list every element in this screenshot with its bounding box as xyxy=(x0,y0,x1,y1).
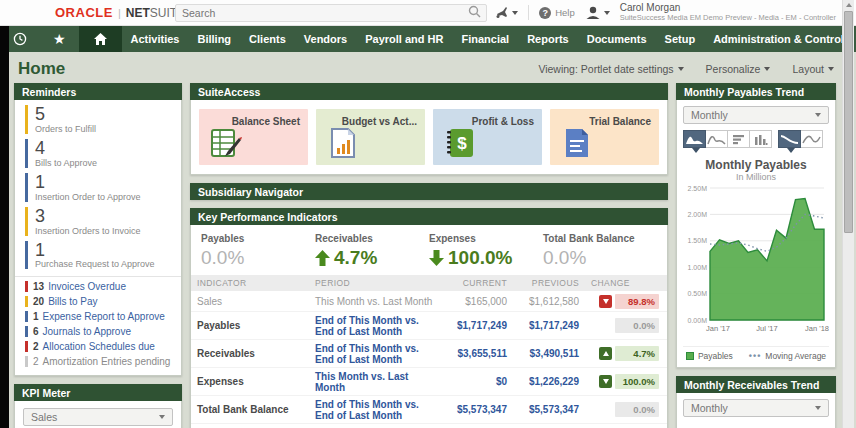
reminder-count: 3 xyxy=(35,207,171,226)
area-chart-button[interactable] xyxy=(683,130,706,148)
kpi-period[interactable]: End of This Month vs. End of Last Month xyxy=(309,340,441,368)
suiteaccess-header[interactable]: SuiteAccess xyxy=(190,83,668,100)
kpi-current[interactable]: $893,876 xyxy=(441,424,513,428)
reminder-item[interactable]: 13 Invoices Overdue xyxy=(25,281,171,292)
nav-menu-item[interactable]: Billing xyxy=(188,26,240,52)
search-icon[interactable] xyxy=(468,4,481,22)
kpi-header[interactable]: Key Performance Indicators xyxy=(190,208,668,225)
vertical-scrollbar[interactable] xyxy=(842,0,854,428)
kpi-current[interactable]: $1,717,249 xyxy=(441,312,513,340)
kpi-table-row[interactable]: Expenses This Month vs. Last Month $0 $1… xyxy=(191,368,667,396)
global-search[interactable] xyxy=(175,4,487,22)
reminder-item[interactable]: 4 Bills to Approve xyxy=(25,139,171,168)
home-icon xyxy=(93,32,108,46)
balance-sheet-icon xyxy=(209,126,243,160)
reminders-header[interactable]: Reminders xyxy=(14,83,182,100)
kpi-headline: Payables 0.0% Receivables xyxy=(191,225,667,275)
nav-menu-item[interactable]: Documents xyxy=(578,26,656,52)
kpi-period[interactable]: This Month vs. Last Month xyxy=(309,368,441,396)
suiteaccess-card[interactable]: Balance Sheet $ xyxy=(199,109,308,165)
viewing-settings-menu[interactable]: Viewing: Portlet date settings xyxy=(538,63,683,75)
reminder-item[interactable]: 5 Orders to Fulfill xyxy=(25,105,171,134)
kpi-previous[interactable]: $1,612,580 xyxy=(513,291,585,312)
reminder-item[interactable]: 3 Insertion Orders to Invoice xyxy=(25,207,171,236)
kpi-meter-select[interactable]: Sales xyxy=(23,408,173,426)
personalize-menu[interactable]: Personalize xyxy=(706,63,771,75)
kpi-current[interactable]: $165,000 xyxy=(441,291,513,312)
subsidiary-navigator-header[interactable]: Subsidiary Navigator xyxy=(190,183,668,200)
horizontal-bar-chart-button[interactable] xyxy=(727,130,750,148)
receivables-trend-period-select[interactable]: Monthly xyxy=(683,399,829,417)
reminder-item[interactable]: 1 Purchase Request to Approve xyxy=(25,241,171,270)
chevron-down-icon xyxy=(815,406,821,410)
netsuite-logo-net: NET xyxy=(126,6,150,20)
nav-menu-item[interactable]: Clients xyxy=(240,26,295,52)
kpi-table-row[interactable]: Payables End of This Month vs. End of La… xyxy=(191,312,667,340)
trendline-off-button[interactable] xyxy=(800,130,823,148)
line-chart-button[interactable] xyxy=(705,130,728,148)
kpi-period[interactable]: End of This Month vs. End of Last Month xyxy=(309,396,441,424)
kpi-current[interactable]: $0 xyxy=(441,368,513,396)
reminder-item[interactable]: 2 Allocation Schedules due xyxy=(25,341,171,352)
search-input[interactable] xyxy=(176,7,468,19)
kpi-previous[interactable] xyxy=(513,424,585,428)
kpi-table-row[interactable]: Booked to Run Current $893,876 xyxy=(191,424,667,428)
nav-menu-item[interactable]: Reports xyxy=(518,26,578,52)
svg-text:2.00M: 2.00M xyxy=(688,211,708,218)
kpi-previous[interactable]: $1,226,229 xyxy=(513,368,585,396)
kpi-period[interactable]: This Month vs. Last Month xyxy=(309,291,441,312)
help-menu[interactable]: ? Help xyxy=(539,7,575,19)
kpi-headline-cell[interactable]: Total Bank Balance 0.0% xyxy=(543,233,657,269)
receivables-trend-header[interactable]: Monthly Receivables Trend xyxy=(676,376,836,393)
reminder-count: 2 xyxy=(33,356,39,367)
scrollbar-up-arrow[interactable] xyxy=(843,0,854,10)
reminder-item[interactable]: 6 Journals to Approve xyxy=(25,326,171,337)
kpi-table-row[interactable]: Total Bank Balance End of This Month vs.… xyxy=(191,396,667,424)
kpi-previous[interactable]: $1,717,249 xyxy=(513,312,585,340)
kpi-previous[interactable]: $3,490,511 xyxy=(513,340,585,368)
home-button[interactable] xyxy=(79,26,122,52)
kpi-current[interactable]: $3,655,511 xyxy=(441,340,513,368)
nav-menu-item[interactable]: Payroll and HR xyxy=(356,26,452,52)
payables-trend-period-select[interactable]: Monthly xyxy=(683,106,829,124)
trendline-on-button[interactable] xyxy=(778,130,801,148)
kpi-current[interactable]: $5,573,347 xyxy=(441,396,513,424)
topbar-divider xyxy=(528,5,529,20)
suiteaccess-card[interactable]: Budget vs Act... $ xyxy=(316,109,425,165)
nav-menu-item[interactable]: Activities xyxy=(122,26,189,52)
kpi-table-row[interactable]: Receivables End of This Month vs. End of… xyxy=(191,340,667,368)
horizontal-bar-chart-icon xyxy=(732,134,746,145)
suiteaccess-card[interactable]: Trial Balance $ xyxy=(550,109,659,165)
nav-menu-item[interactable]: Financial xyxy=(452,26,518,52)
kpi-period[interactable]: End of This Month vs. End of Last Month xyxy=(309,312,441,340)
layout-menu[interactable]: Layout xyxy=(792,63,834,75)
shortcuts-button[interactable]: ★ xyxy=(40,26,79,52)
user-menu[interactable] xyxy=(585,5,610,20)
kpi-headline-cell[interactable]: Payables 0.0% xyxy=(201,233,315,269)
nav-menu-item[interactable]: Vendors xyxy=(295,26,356,52)
reminder-item[interactable]: 2 Amortization Entries pending xyxy=(25,356,171,367)
kpi-table-row[interactable]: Sales This Month vs. Last Month $165,000… xyxy=(191,291,667,312)
reminder-label: Journals to Approve xyxy=(43,326,131,337)
reminder-item[interactable]: 1 Insertion Order to Approve xyxy=(25,173,171,202)
kpi-period[interactable]: Current xyxy=(309,424,441,428)
change-value: 89.8% xyxy=(615,294,659,309)
reminder-item[interactable]: 20 Bills to Pay xyxy=(25,296,171,307)
kpi-headline-cell[interactable]: Expenses 100.0% xyxy=(429,233,543,269)
nav-menu-item[interactable]: Setup xyxy=(656,26,705,52)
suiteaccess-card[interactable]: Profit & Loss $ xyxy=(433,109,542,165)
line-chart-icon xyxy=(707,134,726,145)
kpi-headline-cell[interactable]: Receivables 4.7% xyxy=(315,233,429,269)
kpi-meter-header[interactable]: KPI Meter xyxy=(14,384,182,401)
scrollbar-thumb[interactable] xyxy=(844,11,853,233)
nav-menu-item[interactable]: Administration & Controls xyxy=(704,26,856,52)
kpi-previous[interactable]: $5,573,347 xyxy=(513,396,585,424)
notifications-menu[interactable] xyxy=(495,6,518,19)
svg-text:$: $ xyxy=(457,134,467,153)
kpi-indicator: Booked to Run xyxy=(191,424,309,428)
kpi-headline-label: Payables xyxy=(201,233,315,244)
payables-trend-header[interactable]: Monthly Payables Trend xyxy=(676,83,836,100)
vertical-bar-chart-button[interactable] xyxy=(749,130,772,148)
reminder-item[interactable]: 1 Expense Report to Approve xyxy=(25,311,171,322)
reminder-count: 1 xyxy=(35,173,171,192)
